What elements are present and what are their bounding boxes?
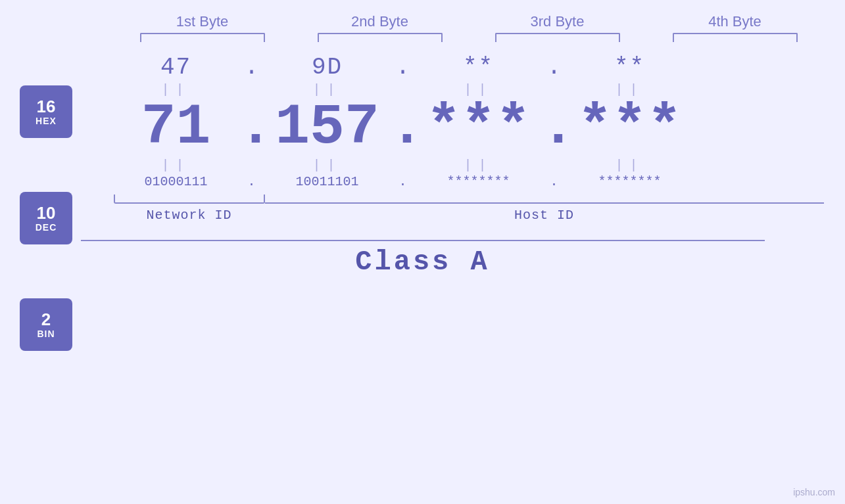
equals-row-2: || || || || <box>114 156 824 174</box>
bin-val-4: ******** <box>567 174 692 189</box>
hex-val-4: ** <box>567 54 692 81</box>
bracket-4 <box>673 33 798 42</box>
byte-header-1: 1st Byte <box>130 13 275 30</box>
byte-header-4: 4th Byte <box>663 13 808 30</box>
network-bracket <box>114 195 265 204</box>
eq-2-4: || <box>567 158 692 173</box>
dec-values-row: 71 . 157 . *** . *** <box>114 99 824 156</box>
network-id-label: Network ID <box>114 208 265 223</box>
bottom-brackets <box>114 195 824 204</box>
host-bracket <box>265 195 824 204</box>
eq-2-2: || <box>265 158 390 173</box>
dec-badge: 10 DEC <box>20 192 72 244</box>
byte-headers-row: 1st Byte 2nd Byte 3rd Byte 4th Byte <box>114 13 824 30</box>
main-container: 1st Byte 2nd Byte 3rd Byte 4th Byte 47 .… <box>0 0 845 504</box>
hex-sep-3: . <box>541 54 567 81</box>
dec-badge-num: 10 <box>37 204 56 223</box>
id-labels-row: Network ID Host ID <box>114 208 824 223</box>
byte-header-3: 3rd Byte <box>485 13 630 30</box>
bin-badge-num: 2 <box>41 310 51 329</box>
dec-badge-label: DEC <box>36 222 57 233</box>
host-id-label: Host ID <box>265 208 824 223</box>
bin-badge: 2 BIN <box>20 298 72 351</box>
hex-sep-2: . <box>390 54 416 81</box>
hex-sep-1: . <box>239 54 265 81</box>
bracket-2 <box>318 33 443 42</box>
class-label: Class A <box>355 246 489 278</box>
dec-sep-2: . <box>390 99 416 156</box>
badges-column: 16 HEX 10 DEC 2 BIN <box>20 85 72 351</box>
hex-val-2: 9D <box>265 54 390 81</box>
hex-val-3: ** <box>416 54 541 81</box>
hex-val-1: 47 <box>114 54 239 81</box>
bin-values-row: 01000111 . 10011101 . ******** . *******… <box>114 174 824 189</box>
dec-val-2: 157 <box>265 99 390 156</box>
bin-sep-2: . <box>390 174 416 189</box>
top-brackets <box>114 33 824 42</box>
eq-2-3: || <box>416 158 541 173</box>
watermark: ipshu.com <box>793 487 835 497</box>
dec-sep-3: . <box>541 99 567 156</box>
dec-val-1: 71 <box>114 99 239 156</box>
dec-val-4: *** <box>567 99 692 156</box>
bracket-3 <box>495 33 620 42</box>
bin-val-2: 10011101 <box>265 174 390 189</box>
dec-sep-1: . <box>239 99 265 156</box>
hex-badge: 16 HEX <box>20 85 72 138</box>
bin-val-3: ******** <box>416 174 541 189</box>
dec-val-3: *** <box>416 99 541 156</box>
bin-val-1: 01000111 <box>114 174 239 189</box>
class-bracket <box>81 232 765 241</box>
bin-badge-label: BIN <box>37 329 55 339</box>
hex-badge-label: HEX <box>36 116 57 126</box>
eq-2-1: || <box>114 158 239 173</box>
bracket-1 <box>140 33 265 42</box>
byte-header-2: 2nd Byte <box>308 13 452 30</box>
bin-sep-3: . <box>541 174 567 189</box>
hex-badge-num: 16 <box>37 97 56 116</box>
bin-sep-1: . <box>239 174 265 189</box>
hex-values-row: 47 . 9D . ** . ** <box>114 54 824 81</box>
